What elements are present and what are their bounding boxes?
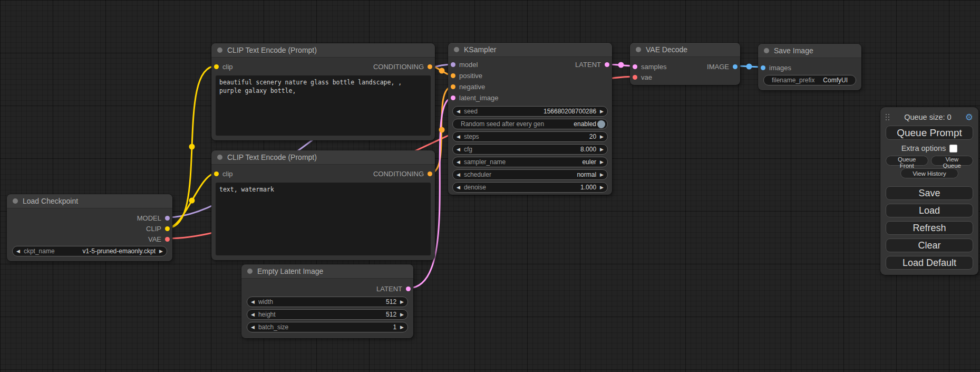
refresh-button[interactable]: Refresh <box>886 221 973 235</box>
widget-batch-size[interactable]: ◀ batch_size 1 ▶ <box>247 322 408 332</box>
output-slot-conditioning[interactable] <box>428 171 432 176</box>
widget-filename-prefix[interactable]: filename_prefix ComfyUI <box>763 75 856 85</box>
widget-cfg[interactable]: ◀ cfg 8.000 ▶ <box>452 144 608 155</box>
input-slot-latent-image[interactable] <box>451 96 455 100</box>
extra-options-label: Extra options <box>901 144 946 152</box>
increment-arrow-icon[interactable]: ▶ <box>600 173 604 177</box>
output-label-latent: LATENT <box>575 61 601 69</box>
input-slot-clip[interactable] <box>214 64 219 69</box>
decrement-arrow-icon[interactable]: ◀ <box>457 109 460 114</box>
input-slot-vae[interactable] <box>633 75 637 80</box>
widget-scheduler[interactable]: ◀ scheduler normal ▶ <box>452 169 608 180</box>
load-button[interactable]: Load <box>886 204 973 217</box>
input-label-samples: samples <box>641 63 666 71</box>
output-label-clip: CLIP <box>146 225 161 233</box>
decrement-arrow-icon[interactable]: ◀ <box>457 185 460 190</box>
decrement-arrow-icon[interactable]: ◀ <box>251 300 255 304</box>
widget-ckpt-name[interactable]: ◀ ckpt_name v1-5-pruned-emaonly.ckpt ▶ <box>12 246 167 256</box>
input-slot-model[interactable] <box>451 62 455 67</box>
queue-menu-panel[interactable]: Queue size: 0 ⚙ Queue Prompt Extra optio… <box>880 107 978 275</box>
increment-arrow-icon[interactable]: ▶ <box>400 325 404 330</box>
input-label-images: images <box>769 64 791 72</box>
output-label-conditioning: CONDITIONING <box>373 63 424 71</box>
decrement-arrow-icon[interactable]: ◀ <box>457 160 460 165</box>
increment-arrow-icon[interactable]: ▶ <box>400 312 404 317</box>
decrement-arrow-icon[interactable]: ◀ <box>457 147 460 152</box>
widget-steps[interactable]: ◀ steps 20 ▶ <box>452 131 608 142</box>
output-slot-latent[interactable] <box>406 287 411 291</box>
collapse-dot-icon[interactable] <box>217 155 222 160</box>
toggle-enabled-icon[interactable] <box>597 120 605 128</box>
collapse-dot-icon[interactable] <box>764 48 769 53</box>
widget-denoise[interactable]: ◀ denoise 1.000 ▶ <box>452 182 608 193</box>
collapse-dot-icon[interactable] <box>454 47 459 52</box>
prompt-text-input[interactable]: beautiful scenery nature glass bottle la… <box>216 75 431 136</box>
node-title-bar[interactable]: CLIP Text Encode (Prompt) <box>211 43 435 58</box>
input-label-latent-image: latent_image <box>459 94 498 102</box>
input-slot-positive[interactable] <box>451 73 455 78</box>
node-title-bar[interactable]: VAE Decode <box>630 43 740 57</box>
node-title-bar[interactable]: KSampler <box>448 43 612 57</box>
increment-arrow-icon[interactable]: ▶ <box>600 135 604 139</box>
increment-arrow-icon[interactable]: ▶ <box>159 249 163 254</box>
increment-arrow-icon[interactable]: ▶ <box>400 300 404 304</box>
extra-options-checkbox[interactable] <box>949 145 957 152</box>
collapse-dot-icon[interactable] <box>636 47 641 52</box>
widget-random-seed-toggle[interactable]: Random seed after every gen enabled <box>452 119 608 129</box>
node-save-image[interactable]: Save Image images filename_prefix ComfyU… <box>758 44 861 90</box>
node-title-bar[interactable]: Empty Latent Image <box>241 264 413 279</box>
load-default-button[interactable]: Load Default <box>886 256 973 270</box>
node-ksampler[interactable]: KSampler LATENT model positive negative … <box>448 43 612 195</box>
output-slot-image[interactable] <box>733 64 738 69</box>
widget-sampler-name[interactable]: ◀ sampler_name euler ▶ <box>452 157 608 167</box>
input-slot-images[interactable] <box>761 65 765 70</box>
collapse-dot-icon[interactable] <box>247 269 253 274</box>
node-title-bar[interactable]: CLIP Text Encode (Prompt) <box>211 150 435 165</box>
node-clip-text-encode-positive[interactable]: CLIP Text Encode (Prompt) clip CONDITION… <box>211 43 435 140</box>
output-label-vae: VAE <box>148 235 161 243</box>
node-title-bar[interactable]: Save Image <box>758 44 861 58</box>
increment-arrow-icon[interactable]: ▶ <box>600 147 604 152</box>
input-slot-samples[interactable] <box>633 64 637 69</box>
input-slot-clip[interactable] <box>214 171 219 176</box>
decrement-arrow-icon[interactable]: ◀ <box>251 312 255 317</box>
node-clip-text-encode-negative[interactable]: CLIP Text Encode (Prompt) clip CONDITION… <box>211 150 435 260</box>
settings-gear-icon[interactable]: ⚙ <box>965 113 973 122</box>
drag-handle-icon[interactable] <box>886 114 890 121</box>
decrement-arrow-icon[interactable]: ◀ <box>251 325 255 330</box>
increment-arrow-icon[interactable]: ▶ <box>600 109 604 114</box>
collapse-dot-icon[interactable] <box>217 47 222 53</box>
widget-seed[interactable]: ◀ seed 156680208700286 ▶ <box>452 106 608 117</box>
comfyui-canvas[interactable]: { "colors": { "model": "#B39DDB", "clip"… <box>0 0 980 372</box>
prompt-text-input[interactable]: text, watermark <box>216 183 431 255</box>
save-button[interactable]: Save <box>886 186 973 200</box>
node-empty-latent-image[interactable]: Empty Latent Image LATENT ◀ width 512 ▶ … <box>241 264 413 338</box>
input-label-positive: positive <box>459 72 482 80</box>
output-slot-model[interactable] <box>165 216 170 221</box>
view-history-button[interactable]: View History <box>900 168 958 178</box>
node-title-bar[interactable]: Load Checkpoint <box>7 194 172 208</box>
queue-front-button[interactable]: Queue Front <box>886 156 928 166</box>
output-label-model: MODEL <box>137 214 161 222</box>
output-slot-clip[interactable] <box>165 226 170 231</box>
node-load-checkpoint[interactable]: Load Checkpoint MODEL CLIP VAE ◀ ckpt_na… <box>7 194 172 261</box>
node-title: VAE Decode <box>646 45 687 54</box>
node-title: Save Image <box>774 46 813 55</box>
input-slot-negative[interactable] <box>451 84 455 89</box>
output-slot-conditioning[interactable] <box>428 64 432 69</box>
decrement-arrow-icon[interactable]: ◀ <box>457 173 460 177</box>
collapse-dot-icon[interactable] <box>13 198 18 204</box>
view-queue-button[interactable]: View Queue <box>931 156 974 166</box>
queue-prompt-button[interactable]: Queue Prompt <box>886 126 973 140</box>
decrement-arrow-icon[interactable]: ◀ <box>16 249 20 254</box>
increment-arrow-icon[interactable]: ▶ <box>600 185 604 190</box>
clear-button[interactable]: Clear <box>886 239 973 252</box>
output-slot-vae[interactable] <box>165 237 170 242</box>
decrement-arrow-icon[interactable]: ◀ <box>457 135 460 139</box>
widget-height[interactable]: ◀ height 512 ▶ <box>247 309 408 320</box>
widget-width[interactable]: ◀ width 512 ▶ <box>247 297 408 307</box>
output-slot-latent[interactable] <box>605 62 609 67</box>
input-label-negative: negative <box>459 83 485 91</box>
increment-arrow-icon[interactable]: ▶ <box>600 160 604 165</box>
node-vae-decode[interactable]: VAE Decode samples IMAGE vae <box>630 43 740 85</box>
